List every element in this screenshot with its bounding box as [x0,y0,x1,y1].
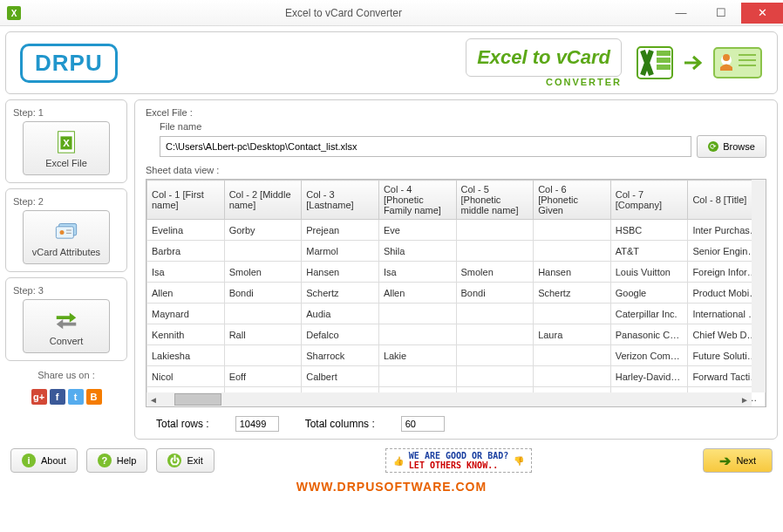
minimize-button[interactable]: — [661,3,701,24]
table-cell: Rall [224,324,302,345]
column-header[interactable]: Col - 5 [Phonetic middle name] [456,181,534,220]
column-header[interactable]: Col - 7 [Company] [610,181,688,220]
table-cell [456,324,534,345]
table-cell: Calbert [302,366,379,387]
arrow-right-icon [681,50,707,76]
data-grid[interactable]: Col - 1 [First name]Col - 2 [Middle name… [146,179,766,407]
table-cell: Caterpillar Inc. [610,304,688,324]
table-cell [224,304,302,324]
table-cell: HSBC [610,220,688,241]
table-cell: Eve [378,220,456,241]
titlebar: X Excel to vCard Converter — ☐ ✕ [0,0,783,26]
table-cell: Laura [534,324,611,345]
app-icon: X [7,6,21,20]
website-url: WWW.DRPUSOFTWARE.COM [0,480,783,494]
table-cell [456,220,534,241]
table-cell: Allen [147,283,225,304]
excel-file-section-label: Excel File : [146,107,766,118]
thumbsup-icon: 👍 [393,456,404,466]
table-cell: Allen [378,283,456,304]
table-row[interactable]: EvelinaGorbyPrejeanEveHSBCInter Purchasi… [147,220,766,241]
step-2-label: Step: 2 [13,196,44,207]
column-header[interactable]: Col - 4 [Phonetic Family name] [378,181,456,220]
vcard-attributes-button[interactable]: vCard Attributes [23,210,110,264]
table-cell [534,220,611,241]
svg-rect-6 [714,48,761,78]
table-row[interactable]: LakieshaSharrockLakieVerizon Commu...Fut… [147,345,766,366]
table-cell [224,241,302,262]
table-cell: Audia [302,304,379,324]
table-cell [534,345,611,366]
table-row[interactable]: KennithRallDefalcoLauraPanasonic Cor...C… [147,324,766,345]
info-icon: i [22,454,36,467]
arrow-right-icon: ➔ [719,453,731,469]
blogger-icon[interactable]: B [86,389,102,405]
table-cell [456,345,534,366]
table-cell: Schertz [534,283,611,304]
excel-file-icon: X [53,128,79,154]
table-row[interactable]: BarbraMarmolShilaAT&TSenior Engineerin..… [147,241,766,262]
column-header[interactable]: Col - 3 [Lastname] [302,181,379,220]
power-icon: ⏻ [167,454,181,467]
about-button[interactable]: iAbout [10,448,78,473]
step-1-label: Step: 1 [13,107,44,118]
table-cell: Lakie [378,345,456,366]
convert-button[interactable]: Convert [23,299,110,353]
table-cell [378,366,456,387]
svg-point-17 [60,230,65,235]
exit-button[interactable]: ⏻Exit [156,448,214,473]
convert-icon [53,306,79,332]
scrollbar-vertical[interactable] [752,180,766,392]
table-cell: Google [610,283,688,304]
scrollbar-horizontal[interactable]: ◄ ► [146,392,752,406]
table-cell: Gorby [224,220,302,241]
table-cell: Lakiesha [147,345,225,366]
file-path-input[interactable] [160,136,691,157]
table-row[interactable]: AllenBondiSchertzAllenBondiSchertzGoogle… [147,283,766,304]
help-button[interactable]: ?Help [86,448,148,473]
twitter-icon[interactable]: t [68,389,84,405]
svg-rect-16 [56,227,73,238]
column-header[interactable]: Col - 2 [Middle name] [224,181,302,220]
column-header[interactable]: Col - 1 [First name] [147,181,225,220]
table-cell: AT&T [610,241,688,262]
total-cols-value [401,416,445,432]
step-3-label: Step: 3 [13,285,44,296]
vcard-attributes-icon [53,217,79,243]
table-row[interactable]: IsaSmolenHansenIsaSmolenHansenLouis Vuit… [147,262,766,283]
table-cell: Defalco [302,324,379,345]
share-icons: g+ f t B [5,389,127,405]
column-header[interactable]: Col - 6 [Phonetic Given [534,181,611,220]
footer: iAbout ?Help ⏻Exit 👍 WE ARE GOOD OR BAD?… [0,440,783,478]
vcard-icon [712,44,763,81]
excel-file-button[interactable]: X Excel File [23,121,110,175]
table-cell: Prejean [302,220,379,241]
scroll-thumb[interactable] [174,393,221,406]
svg-rect-3 [657,51,671,56]
total-rows-value [235,416,279,432]
table-cell [456,366,534,387]
table-cell: Hansen [302,262,379,283]
maximize-button[interactable]: ☐ [701,3,741,24]
step-1-group: Step: 1 X Excel File [5,99,127,183]
next-button[interactable]: ➔Next [703,448,773,473]
promo-banner[interactable]: 👍 WE ARE GOOD OR BAD? LET OTHERS KNOW.. … [385,448,532,473]
sheet-data-label: Sheet data view : [146,165,766,175]
facebook-icon[interactable]: f [50,389,65,405]
table-cell [534,304,611,324]
table-cell: Bondi [224,283,302,304]
product-title: Excel to vCard CONVERTER [466,38,622,87]
total-rows-label: Total rows : [156,418,209,430]
close-button[interactable]: ✕ [741,3,783,24]
scroll-left-icon[interactable]: ◄ [146,392,160,406]
table-cell: Sharrock [302,345,379,366]
excel-icon [634,42,676,84]
table-row[interactable]: MaynardAudiaCaterpillar Inc.Internationa… [147,304,766,324]
browse-button[interactable]: ⟳Browse [697,135,766,158]
header-icons [634,42,763,84]
table-cell: Bondi [456,283,534,304]
table-row[interactable]: NicolEoffCalbertHarley-Davidso...Forward… [147,366,766,387]
gplus-icon[interactable]: g+ [31,389,47,405]
thumbsdown-icon: 👎 [514,456,524,466]
scroll-right-icon[interactable]: ► [738,392,752,406]
